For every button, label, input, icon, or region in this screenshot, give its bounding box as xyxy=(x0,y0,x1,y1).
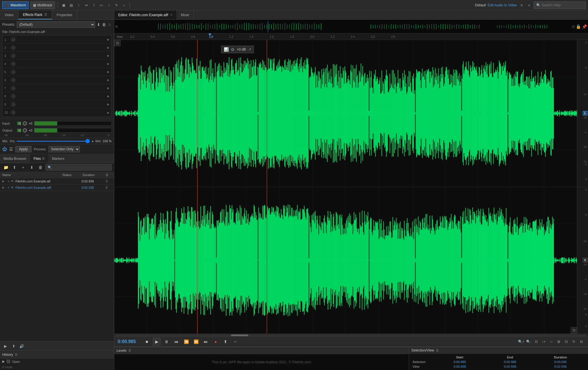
overview-icon-2[interactable]: 🔒 xyxy=(576,24,581,29)
new-file-btn[interactable]: + xyxy=(20,164,27,171)
file-item-2[interactable]: ▶ + ≋ FileInfo.com Example.aiff 0:02.936… xyxy=(0,184,114,191)
power-btn-5[interactable]: ⏻ xyxy=(11,70,15,74)
selection-menu-icon[interactable]: ☰ xyxy=(436,349,439,352)
menu-icon[interactable]: ≡ xyxy=(519,2,524,8)
power-btn-4[interactable]: ⏻ xyxy=(11,62,15,66)
rewind-btn[interactable]: ⏪ xyxy=(182,338,190,345)
slot-arrow-3[interactable]: ▶ xyxy=(107,54,110,57)
zoom-fit-btn[interactable]: ⊡ xyxy=(533,338,539,345)
presets-select[interactable]: (Default) xyxy=(17,21,95,28)
slot-arrow-10[interactable]: ▶ xyxy=(107,111,110,114)
multitrack-mode-btn[interactable]: ▦ Multitrack xyxy=(30,1,55,9)
tool-icon-1[interactable]: ▣ xyxy=(61,2,67,8)
zoom-in-time-btn[interactable]: 🔍+ xyxy=(518,338,524,345)
power-btn-2[interactable]: ⏻ xyxy=(11,45,15,50)
overview-canvas[interactable] xyxy=(119,21,571,32)
import-btn[interactable]: ⬆ xyxy=(11,164,18,171)
fast-forward-btn[interactable]: ⏩ xyxy=(192,338,200,345)
loop2-btn[interactable]: ↔ xyxy=(232,338,239,345)
edit-audio-video-link[interactable]: Edit Audio to Video xyxy=(488,3,517,7)
slot-arrow-2[interactable]: ▶ xyxy=(107,46,110,49)
tool-icon-2[interactable]: ▤ xyxy=(69,2,74,8)
stop-btn[interactable]: ■ xyxy=(143,338,151,345)
search-input[interactable] xyxy=(542,3,582,7)
files-search-input[interactable] xyxy=(53,166,110,169)
export-btn[interactable]: ⬆ xyxy=(10,343,17,349)
save-preset-icon[interactable]: ⬇ xyxy=(97,22,100,27)
tool-icon-6[interactable]: ▭ xyxy=(99,2,104,8)
waveform-mode-btn[interactable]: ⬛ Waveform xyxy=(2,1,29,9)
output-knob[interactable] xyxy=(23,128,27,132)
tool-icon-3[interactable]: ↕ xyxy=(76,2,82,8)
star-preset-icon[interactable]: ☆ xyxy=(108,22,112,27)
slot-arrow-6[interactable]: ▶ xyxy=(107,78,110,82)
tab-media-browser[interactable]: Media Browser xyxy=(0,154,30,163)
record-btn[interactable]: ● xyxy=(212,338,219,345)
editor-tab-mixer[interactable]: Mixer xyxy=(177,10,194,19)
save-btn[interactable]: ⬇ xyxy=(28,164,35,171)
new-folder-btn[interactable]: 📁 xyxy=(2,164,9,171)
process-select[interactable]: Selection Only Entire File xyxy=(49,146,80,152)
view-end[interactable]: 0:02.936 xyxy=(485,364,535,369)
input-knob[interactable] xyxy=(23,121,27,125)
editor-tab-close[interactable]: ✕ xyxy=(170,13,173,17)
mix-slider[interactable] xyxy=(16,141,90,142)
editor-tab-main[interactable]: Editor: FileInfo.com Example.aiff ✕ xyxy=(114,10,177,19)
power-btn-3[interactable]: ⏻ xyxy=(11,53,15,58)
slot-arrow-4[interactable]: ▶ xyxy=(107,62,110,65)
zoom-sel2-btn[interactable]: ↻ xyxy=(571,338,577,345)
gain-expand-icon[interactable]: ↗ xyxy=(248,47,251,51)
tab-effects-rack[interactable]: Effects Rack ☰ xyxy=(18,10,52,19)
power-toggle-icon[interactable]: ⏻ xyxy=(2,147,7,152)
play-btn-left[interactable]: ▶ xyxy=(2,343,9,349)
scrollbar-thumb[interactable] xyxy=(231,334,248,336)
tab-video[interactable]: Video xyxy=(0,10,18,19)
history-menu-icon[interactable]: ☰ xyxy=(15,353,18,356)
play-pause-btn[interactable]: ▶ xyxy=(153,338,160,345)
overview-icon-3[interactable]: 📌 xyxy=(582,24,587,29)
loop-btn[interactable]: ⬆ xyxy=(222,338,229,345)
effects-rack-menu-icon[interactable]: ☰ xyxy=(44,13,47,16)
delete-file-btn[interactable]: 🗑 xyxy=(37,164,44,171)
tab-markers[interactable]: Markers xyxy=(48,154,68,163)
expand-icon[interactable]: » xyxy=(526,2,532,8)
slot-arrow-7[interactable]: ▶ xyxy=(107,86,110,90)
power-btn-6[interactable]: ⏻ xyxy=(11,78,15,82)
zoom-fit-amp-btn[interactable]: ⊞ xyxy=(556,338,562,345)
slot-arrow-9[interactable]: ▶ xyxy=(107,103,110,106)
zoom-out-amp-btn[interactable]: ↕- xyxy=(548,338,554,345)
file-item-1[interactable]: ▶ + ≋ FileInfo.com Example.aif 0:02.936 … xyxy=(0,178,114,184)
list-icon[interactable]: ☰ xyxy=(9,147,13,151)
tab-files[interactable]: Files ☰ xyxy=(30,154,48,163)
levels-menu-icon[interactable]: ☰ xyxy=(128,349,131,352)
selection-end[interactable]: 0:00.985 xyxy=(485,360,535,364)
tab-properties[interactable]: Properties xyxy=(52,10,77,19)
tool-icon-5[interactable]: I xyxy=(91,2,97,8)
expand-icon-1[interactable]: ▶ xyxy=(2,180,6,183)
apply-button[interactable]: Apply xyxy=(15,146,32,152)
power-btn-1[interactable]: ⏻ xyxy=(11,37,15,42)
tool-icon-9[interactable]: ⌂ xyxy=(121,2,127,8)
slot-arrow-5[interactable]: ▶ xyxy=(107,70,110,73)
rewind-to-start-btn[interactable]: ⏮ xyxy=(173,338,180,345)
selection-start[interactable]: 0:00.985 xyxy=(434,360,485,364)
zoom-sel-btn[interactable]: ⊡ xyxy=(563,338,569,345)
delete-preset-icon[interactable]: 🗑 xyxy=(102,22,106,27)
slot-arrow-1[interactable]: ▶ xyxy=(107,38,110,41)
zoom-last-btn[interactable]: ⊟ xyxy=(578,338,585,345)
pause-btn[interactable]: ⏸ xyxy=(163,338,170,345)
channel-l-waveform[interactable] xyxy=(114,40,577,187)
speaker-btn[interactable]: 🔊 xyxy=(19,343,25,349)
power-btn-9[interactable]: ⏻ xyxy=(11,102,15,107)
channel-r-waveform[interactable]: ⬛ xyxy=(114,187,577,334)
power-btn-8[interactable]: ⏻ xyxy=(11,94,15,99)
power-btn-7[interactable]: ⏻ xyxy=(11,86,15,90)
files-menu-icon[interactable]: ☰ xyxy=(42,157,45,160)
tool-icon-4[interactable]: ⇔ xyxy=(84,2,89,8)
tool-icon-7[interactable]: ○ xyxy=(106,2,112,8)
expand-icon-2[interactable]: ▶ xyxy=(2,186,6,189)
overview-settings-icon[interactable]: ⊟ xyxy=(572,25,575,29)
tool-icon-8[interactable]: ✎ xyxy=(114,2,119,8)
scrollbar-track[interactable] xyxy=(115,334,587,336)
power-btn-10[interactable]: ⏻ xyxy=(11,110,15,115)
